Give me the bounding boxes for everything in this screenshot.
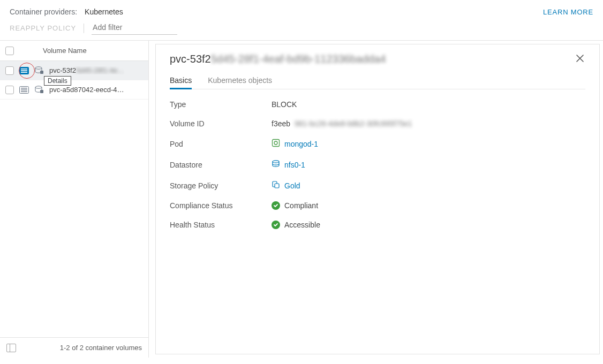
detail-title: pvc-53f25d45-28f1-4eaf-bd9b-112336badda4: [170, 53, 386, 65]
volume-list-pane: Volume Name: [0, 41, 149, 358]
kv-compliance-status: Compliance Status Compliant: [170, 201, 585, 210]
kv-value: Compliant: [284, 201, 318, 210]
svg-rect-8: [21, 89, 27, 90]
select-all-checkbox[interactable]: [5, 47, 14, 55]
kv-pod: Pod mongod-1: [170, 139, 585, 149]
kv-label: Type: [170, 100, 272, 109]
details-tooltip: Details: [44, 76, 71, 86]
svg-rect-3: [21, 72, 27, 73]
svg-rect-1: [21, 69, 27, 70]
list-footer: 1-2 of 2 container volumes: [0, 337, 148, 358]
kv-value: BLOCK: [272, 100, 297, 109]
policy-icon: [272, 180, 280, 191]
volume-icon: [34, 85, 44, 95]
svg-rect-9: [21, 91, 27, 92]
volume-name: pvc-53f25d45-28f1-4e…: [49, 66, 124, 74]
table-row[interactable]: pvc-53f25d45-28f1-4e… Details: [0, 61, 148, 80]
kv-label: Storage Policy: [170, 181, 272, 190]
table-row[interactable]: pvc-a5d87042-eecd-4…: [0, 80, 148, 100]
kv-label: Compliance Status: [170, 201, 272, 210]
status-ok-icon: [272, 221, 280, 229]
svg-point-13: [273, 161, 279, 163]
kv-storage-policy: Storage Policy Gold: [170, 180, 585, 191]
kv-type: Type BLOCK: [170, 100, 585, 109]
volume-name: pvc-a5d87042-eecd-4…: [49, 86, 124, 94]
volume-icon: [34, 66, 44, 75]
kv-health-status: Health Status Accessible: [170, 221, 585, 229]
detail-tabs: Basics Kubernetes objects: [170, 73, 585, 89]
svg-rect-11: [40, 90, 43, 93]
svg-rect-5: [40, 71, 43, 74]
datastore-link[interactable]: nfs0-1: [284, 161, 305, 169]
status-ok-icon: [272, 201, 280, 210]
kv-volume-id: Volume ID f3eeb981-bc26-4de8-b8b2-30fc99…: [170, 119, 585, 128]
tab-basics[interactable]: Basics: [170, 73, 192, 89]
svg-rect-2: [21, 70, 27, 71]
volume-list-header: Volume Name: [0, 41, 148, 61]
add-filter-input[interactable]: [92, 22, 177, 32]
svg-rect-7: [21, 88, 27, 88]
kv-datastore: Datastore nfs0-1: [170, 160, 585, 170]
action-bar: REAPPLY POLICY: [0, 21, 603, 40]
close-button[interactable]: [575, 53, 585, 64]
volume-list-body: pvc-53f25d45-28f1-4e… Details: [0, 61, 148, 100]
close-icon: [576, 54, 584, 63]
column-toggle-button[interactable]: [6, 344, 16, 352]
kv-value: Accessible: [284, 221, 320, 229]
column-header-volume-name[interactable]: Volume Name: [20, 47, 87, 55]
main-content: Volume Name: [0, 40, 603, 358]
provider-label: Container providers:: [10, 7, 77, 16]
row-checkbox[interactable]: [5, 66, 14, 75]
add-filter-field[interactable]: [92, 21, 177, 35]
details-button[interactable]: [19, 86, 29, 94]
storage-policy-link[interactable]: Gold: [284, 181, 300, 190]
reapply-policy-button: REAPPLY POLICY: [10, 24, 76, 32]
row-checkbox[interactable]: [5, 86, 14, 94]
pagination-summary: 1-2 of 2 container volumes: [60, 344, 142, 352]
provider-value: Kubernetes: [85, 7, 123, 16]
detail-pane: pvc-53f25d45-28f1-4eaf-bd9b-112336badda4…: [155, 44, 600, 354]
datastore-icon: [272, 160, 280, 170]
svg-rect-15: [275, 184, 279, 188]
pod-icon: [272, 139, 280, 149]
pod-link[interactable]: mongod-1: [284, 140, 318, 148]
kv-value: f3eeb981-bc26-4de8-b8b2-30fc995f75e1: [272, 119, 412, 128]
kv-label: Datastore: [170, 161, 272, 169]
svg-point-4: [35, 66, 42, 69]
kv-label: Volume ID: [170, 119, 272, 128]
separator: [84, 24, 84, 33]
tab-kubernetes-objects[interactable]: Kubernetes objects: [208, 73, 272, 89]
svg-rect-12: [273, 140, 280, 147]
details-button[interactable]: [19, 66, 29, 75]
page-header: Container providers: Kubernetes LEARN MO…: [0, 0, 603, 21]
kv-label: Pod: [170, 140, 272, 148]
kv-label: Health Status: [170, 221, 272, 229]
svg-point-10: [35, 86, 42, 88]
learn-more-link[interactable]: LEARN MORE: [543, 8, 593, 16]
